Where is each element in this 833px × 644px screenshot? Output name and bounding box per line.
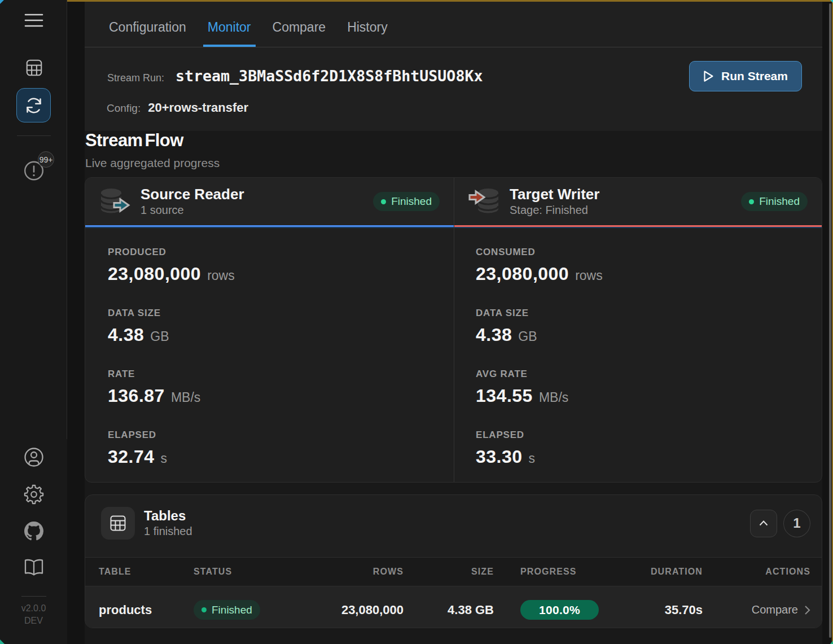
tab-bar: Configuration Monitor Compare History — [85, 2, 822, 47]
sidebar-item-tables[interactable] — [24, 58, 44, 78]
tab-history[interactable]: History — [343, 2, 392, 47]
stat-unit: s — [161, 451, 168, 466]
config-label: Config: — [107, 102, 141, 115]
table-header-row: TABLE STATUS ROWS SIZE PROGRESS DURATION… — [85, 557, 822, 586]
stat-rate: RATE 136.87 MB/s — [108, 369, 454, 406]
column-duration: DURATION — [599, 567, 703, 577]
chevron-right-icon — [804, 605, 810, 615]
stat-label: PRODUCED — [108, 247, 454, 258]
github-icon — [24, 522, 43, 541]
database-out-icon — [99, 187, 131, 216]
cell-duration: 35.70s — [599, 603, 703, 617]
source-reader-subtitle: 1 source — [141, 203, 244, 217]
app-version: v2.0.0 — [0, 603, 67, 614]
sidebar-item-account[interactable] — [24, 447, 44, 467]
app-env: DEV — [0, 615, 67, 627]
tab-configuration[interactable]: Configuration — [104, 2, 191, 47]
page-subtitle: Live aggregated progress — [85, 156, 220, 170]
table-count-button[interactable]: 1 — [783, 510, 810, 537]
source-status-badge: Finished — [373, 192, 440, 211]
stat-value: 23,080,000 — [108, 263, 201, 284]
run-stream-label: Run Stream — [721, 69, 788, 83]
target-status-badge: Finished — [741, 192, 808, 211]
stat-label: CONSUMED — [476, 247, 822, 258]
tables-title: Tables — [144, 508, 192, 524]
stat-elapsed: ELAPSED 33.30 s — [476, 430, 822, 467]
target-writer-header: Target Writer Stage: Finished Finished — [454, 178, 822, 225]
column-size: SIZE — [404, 567, 494, 577]
run-stream-button[interactable]: Run Stream — [689, 61, 802, 91]
stat-unit: rows — [575, 268, 603, 283]
gear-icon — [24, 484, 44, 505]
config-name: 20+rows-transfer — [148, 100, 248, 115]
target-writer-subtitle: Stage: Finished — [510, 203, 599, 217]
stat-value: 4.38 — [476, 324, 512, 345]
top-panel: Configuration Monitor Compare History St… — [85, 2, 822, 131]
status-dot — [381, 199, 386, 204]
stat-unit: GB — [518, 329, 537, 344]
stat-label: RATE — [108, 369, 454, 380]
stat-unit: rows — [207, 268, 235, 283]
page-title: Stream Flow — [85, 130, 183, 151]
status-dot — [749, 199, 754, 204]
column-rows: ROWS — [290, 567, 404, 577]
source-reader-header: Source Reader 1 source Finished — [85, 178, 454, 225]
stat-value: 23,080,000 — [476, 263, 569, 284]
menu-toggle-button[interactable] — [23, 11, 45, 29]
stat-unit: s — [529, 451, 536, 466]
column-table: TABLE — [99, 567, 194, 577]
stat-value: 136.87 — [108, 385, 165, 406]
cell-status: Finished — [194, 600, 290, 620]
sidebar-item-docs[interactable] — [24, 558, 44, 578]
compare-link[interactable]: Compare — [703, 603, 810, 616]
scrollbar-thumb[interactable] — [829, 3, 831, 638]
table-grid-icon — [26, 59, 42, 76]
source-reader-title: Source Reader — [141, 186, 244, 203]
stat-value: 32.74 — [108, 446, 155, 467]
cell-size: 4.38 GB — [404, 603, 494, 617]
status-dot — [201, 607, 207, 612]
hamburger-icon — [24, 12, 44, 29]
stream-flow-panel: Source Reader 1 source Finished PRODUCED… — [85, 177, 822, 483]
target-status-label: Finished — [759, 195, 800, 208]
stat-unit: GB — [150, 329, 169, 344]
column-status: STATUS — [194, 567, 290, 577]
stat-unit: MB/s — [171, 390, 200, 405]
sidebar: 99+ v2.0.0 DEV — [0, 0, 67, 644]
stat-label: DATA SIZE — [476, 308, 822, 319]
table-count: 1 — [793, 515, 800, 531]
book-icon — [24, 558, 44, 577]
sidebar-item-github[interactable] — [24, 521, 44, 541]
stat-avg-rate: AVG RATE 134.55 MB/s — [476, 369, 822, 406]
tab-monitor[interactable]: Monitor — [203, 2, 256, 47]
stat-produced: PRODUCED 23,080,000 rows — [108, 247, 454, 284]
sidebar-item-stream-active[interactable] — [16, 88, 51, 122]
stat-elapsed: ELAPSED 32.74 s — [108, 430, 454, 467]
cell-rows: 23,080,000 — [290, 603, 404, 617]
window-top-accent — [67, 0, 833, 2]
source-stats: PRODUCED 23,080,000 rows DATA SIZE 4.38 … — [85, 228, 454, 467]
compare-label: Compare — [752, 603, 798, 616]
cell-table-name: products — [99, 603, 194, 617]
tab-compare[interactable]: Compare — [268, 2, 331, 47]
stream-run-id: stream_3BMaSSd6f2D1X8S8fBhtUSUO8Kx — [176, 67, 483, 85]
stat-label: DATA SIZE — [108, 308, 454, 319]
stat-label: ELAPSED — [108, 430, 454, 441]
progress-pill: 100.0% — [520, 600, 599, 620]
tables-subtitle: 1 finished — [144, 524, 192, 538]
sidebar-item-settings[interactable] — [24, 484, 44, 505]
stat-unit: MB/s — [539, 390, 568, 405]
row-status-badge: Finished — [194, 600, 260, 620]
sidebar-divider — [17, 135, 51, 136]
stat-data-size: DATA SIZE 4.38 GB — [108, 308, 454, 345]
source-reader-card: Source Reader 1 source Finished PRODUCED… — [85, 178, 454, 482]
chevron-up-icon — [759, 520, 768, 526]
config-row: Config: 20+rows-transfer — [107, 100, 248, 115]
target-writer-card: Target Writer Stage: Finished Finished C… — [454, 178, 822, 482]
user-icon — [24, 447, 44, 467]
source-status-label: Finished — [391, 195, 432, 208]
sidebar-border — [67, 0, 67, 439]
stat-value: 4.38 — [108, 324, 144, 345]
table-row[interactable]: products Finished 23,080,000 4.38 GB 100… — [85, 586, 822, 628]
collapse-button[interactable] — [750, 510, 777, 537]
